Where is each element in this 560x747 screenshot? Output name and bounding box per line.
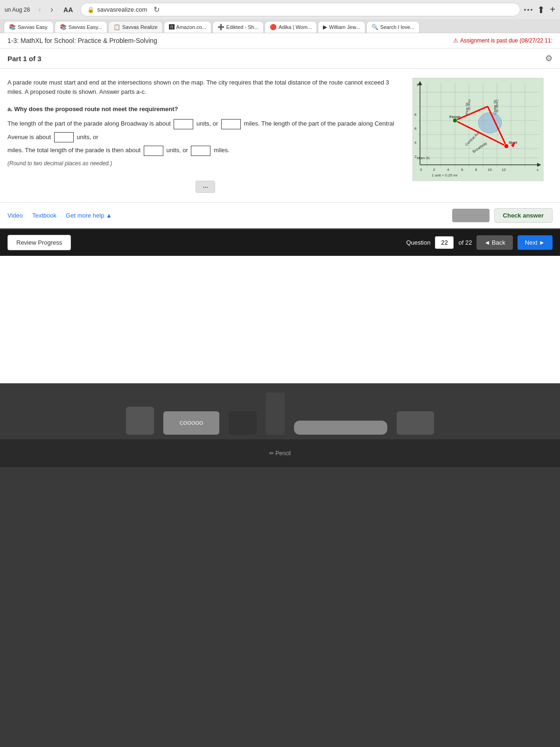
aa-button[interactable]: AA	[63, 6, 73, 14]
fill-in-text: The length of the part of the parade alo…	[7, 117, 403, 157]
due-notice-text: Assignment is past due (08/27/22 11:	[460, 37, 553, 44]
part-label: Part 1 of 3	[7, 55, 42, 63]
fill-text-4: units, or	[77, 134, 98, 141]
round-note: (Round to two decimal places as needed.)	[7, 160, 403, 167]
question-navigation: Question 22 of 22 ◄ Back Next ►	[406, 235, 553, 250]
question-number-display: 22	[435, 236, 454, 249]
tab-label-edikted: Edikted - Sh...	[226, 24, 259, 30]
tabs-bar: 📚 Savvas Easy. 📚 Savvas Easy... 📋 Savvas…	[0, 19, 560, 33]
tab-icon-savvas1: 📚	[9, 24, 16, 30]
reload-button[interactable]: ↻	[154, 5, 160, 14]
help-row: Video Textbook Get more help ▲ Check ans…	[0, 202, 560, 228]
fill-text-5: miles. The total length of the parade is…	[7, 147, 140, 154]
svg-text:x: x	[537, 168, 539, 172]
svg-text:Finish: Finish	[449, 115, 461, 119]
back-button[interactable]: ◄ Back	[476, 235, 512, 250]
parade-map-svg: Pine St. Cedar St. Main St. Broadway Cen…	[413, 78, 544, 181]
tab-amazon[interactable]: 🅰 Amazon.co...	[164, 21, 211, 33]
svg-text:10: 10	[488, 168, 492, 172]
tab-icon-search: 🔍	[371, 24, 378, 30]
video-link[interactable]: Video	[7, 212, 23, 219]
next-button[interactable]: Next ►	[518, 235, 553, 250]
total-miles-input[interactable]	[191, 146, 210, 156]
tab-icon-savvas2: 📚	[60, 24, 67, 30]
svg-text:8: 8	[475, 168, 477, 172]
fill-text-6: units, or	[166, 147, 188, 154]
tab-savvas-realize[interactable]: 📋 Savvas Realize	[108, 21, 163, 33]
svg-text:12: 12	[502, 168, 506, 172]
svg-text:6: 6	[414, 127, 417, 131]
part-indicator: Part 1 of 3 ⚙	[0, 49, 560, 69]
forward-nav-button[interactable]: ›	[48, 4, 56, 15]
background-area	[0, 467, 560, 747]
main-content: 1-3: MathXL for School: Practice & Probl…	[0, 33, 560, 383]
tab-icon-amazon: 🅰	[169, 24, 175, 30]
url-bar[interactable]: 🔒 savvasrealize.com ↻	[80, 3, 520, 16]
part-a-label: a. Why does the proposed route not meet …	[7, 106, 403, 113]
tab-label-amazon: Amazon.co...	[176, 24, 206, 30]
url-text: savvasrealize.com	[97, 6, 147, 13]
question-area: A parade route must start and end at the…	[0, 69, 560, 202]
tab-label-savvas1: Savvas Easy.	[18, 24, 49, 30]
svg-text:Main St.: Main St.	[417, 156, 430, 160]
tab-label-savvas2: Savvas Easy...	[69, 24, 102, 30]
assignment-title: 1-3: MathXL for School: Practice & Probl…	[7, 37, 157, 44]
svg-text:Cedar St.: Cedar St.	[496, 99, 499, 113]
broadway-miles-input[interactable]	[221, 119, 241, 129]
browser-actions: ⬆ +	[524, 4, 555, 15]
browser-top-bar: un Aug 28 ‹ › AA 🔒 savvasrealize.com ↻ ⬆…	[0, 0, 560, 19]
dots-indicator	[524, 9, 532, 11]
svg-text:8: 8	[414, 113, 417, 117]
tab-icon-edikted: ➕	[217, 24, 224, 30]
map-column: Pine St. Cedar St. Main St. Broadway Cen…	[413, 78, 553, 193]
due-notice: ⚠ Assignment is past due (08/27/22 11:	[453, 37, 553, 44]
share-button[interactable]: ⬆	[537, 4, 545, 15]
question-text-column: A parade route must start and end at the…	[7, 78, 403, 193]
tab-label-search: Search I love...	[380, 24, 414, 30]
svg-text:6: 6	[461, 168, 463, 172]
tab-savvas-easy-2[interactable]: 📚 Savvas Easy...	[55, 21, 107, 33]
tab-edikted[interactable]: ➕ Edikted - Sh...	[212, 21, 264, 33]
browser-chrome: un Aug 28 ‹ › AA 🔒 savvasrealize.com ↻ ⬆…	[0, 0, 560, 33]
tab-search[interactable]: 🔍 Search I love...	[366, 21, 420, 33]
tab-label-realize: Savvas Realize	[122, 24, 158, 30]
help-links: Video Textbook Get more help ▲	[7, 212, 112, 219]
fill-text-1: The length of the part of the parade alo…	[7, 120, 171, 127]
question-prompt: A parade route must start and end at the…	[7, 78, 403, 96]
date-display: un Aug 28	[5, 7, 30, 13]
svg-text:2: 2	[414, 155, 417, 159]
textbook-link[interactable]: Textbook	[32, 212, 56, 219]
tab-william[interactable]: ▶ William Jew...	[318, 21, 365, 33]
review-progress-button[interactable]: Review Progress	[7, 235, 71, 250]
central-units-input[interactable]	[54, 132, 74, 142]
help-right: Check answer	[452, 208, 553, 223]
settings-icon[interactable]: ⚙	[545, 53, 553, 63]
back-nav-button[interactable]: ‹	[35, 4, 44, 15]
svg-point-41	[504, 144, 509, 148]
lock-icon: 🔒	[87, 7, 94, 13]
svg-text:4: 4	[447, 168, 449, 172]
map-container: Pine St. Cedar St. Main St. Broadway Cen…	[413, 78, 543, 181]
svg-text:y: y	[417, 82, 419, 86]
tab-adika[interactable]: 🔴 Adika | Wom...	[265, 21, 317, 33]
total-units-input[interactable]	[144, 146, 163, 156]
pencil-label: ✏ Pencil	[269, 450, 291, 457]
svg-text:0: 0	[420, 168, 422, 172]
tab-icon-adika: 🔴	[270, 24, 277, 30]
part-a-section: a. Why does the proposed route not meet …	[7, 106, 403, 167]
question-nav-label: Question	[406, 239, 430, 246]
tab-label-william: William Jew...	[329, 24, 360, 30]
svg-text:Pine St.: Pine St.	[468, 99, 471, 111]
pencil-area: ✏ Pencil	[0, 439, 560, 467]
add-tab-button[interactable]: +	[550, 4, 555, 15]
expand-button[interactable]: ···	[196, 181, 215, 193]
svg-text:2: 2	[433, 168, 435, 172]
bottom-navigation: Review Progress Question 22 of 22 ◄ Back…	[0, 228, 560, 256]
broadway-units-input[interactable]	[174, 119, 193, 129]
tab-savvas-easy-1[interactable]: 📚 Savvas Easy.	[4, 21, 54, 33]
check-answer-button[interactable]: Check answer	[494, 208, 553, 223]
svg-rect-0	[413, 78, 544, 181]
secondary-action-button[interactable]	[452, 209, 489, 222]
tab-label-adika: Adika | Wom...	[279, 24, 312, 30]
more-help-link[interactable]: Get more help ▲	[66, 212, 112, 219]
